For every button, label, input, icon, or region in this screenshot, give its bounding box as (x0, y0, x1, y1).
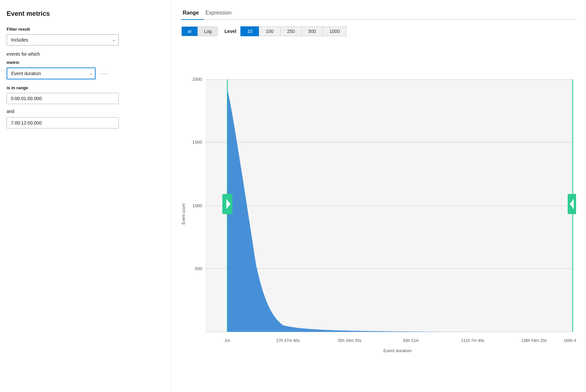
toggle-ar-button[interactable]: ar (182, 27, 198, 36)
and-label: and (7, 109, 161, 114)
metric-select-wrapper: Event durationEvent count ⌄ (7, 68, 96, 79)
events-for-which-label: events for which (7, 51, 161, 57)
y-label-2000: 2000 (192, 77, 202, 82)
level-100-button[interactable]: 100 (259, 26, 280, 36)
y-label-1000: 1000 (192, 203, 202, 208)
x-label-83h: 83h 21m (403, 338, 419, 343)
panel-title: Event metrics (7, 10, 161, 17)
right-panel: Range Expression ar Log Level 10 100 250… (171, 0, 586, 392)
left-panel: Event metrics Filter result IncludesExcl… (0, 0, 171, 392)
filter-result-section: Filter result IncludesExcludes ⌄ (7, 27, 161, 45)
metric-label: metric (7, 60, 161, 65)
y-axis-label: Event count (181, 204, 186, 224)
metric-more-button[interactable]: ··· (99, 69, 110, 78)
level-buttons-group: 10 100 250 500 1000 (240, 26, 347, 36)
controls-row: ar Log Level 10 100 250 500 1000 (181, 26, 576, 36)
scale-toggle-group: ar Log (181, 26, 218, 36)
chart-svg: 2000 1500 1000 500 (189, 43, 576, 385)
x-label-55h: 55h 34m 20s (338, 338, 361, 343)
chart-svg-area: 2000 1500 1000 500 (189, 43, 576, 385)
y-label-500: 500 (195, 266, 202, 271)
x-axis-title: Event duration (384, 348, 412, 353)
tab-expression[interactable]: Expression (204, 8, 237, 20)
x-label-1m: 1m (225, 338, 230, 343)
x-label-27h: 27h 47m 40s (276, 338, 300, 343)
level-10-button[interactable]: 10 (240, 26, 259, 36)
x-label-138h: 138h 54m 20s (521, 338, 547, 343)
filter-result-label: Filter result (7, 27, 161, 32)
tabs-row: Range Expression (181, 8, 576, 20)
level-250-button[interactable]: 250 (280, 26, 301, 36)
y-label-1500: 1500 (192, 140, 202, 145)
is-in-range-label: is in range (7, 85, 161, 90)
level-500-button[interactable]: 500 (301, 26, 323, 36)
filter-result-wrapper: IncludesExcludes ⌄ (7, 34, 119, 45)
tab-range[interactable]: Range (181, 8, 204, 20)
level-label: Level (225, 29, 236, 34)
chart-inner: 2000 1500 1000 500 (189, 43, 576, 385)
x-label-166h: 166h 41m (564, 338, 576, 343)
range-end-input[interactable] (7, 117, 119, 128)
metric-row: Event durationEvent count ⌄ ··· (7, 68, 161, 79)
metric-select[interactable]: Event durationEvent count (7, 68, 96, 79)
filter-result-select[interactable]: IncludesExcludes (7, 34, 119, 45)
chart-container: Event count 2000 1500 1000 500 (181, 43, 576, 385)
x-label-111h: 111h 7m 40s (461, 338, 484, 343)
range-start-input[interactable] (7, 93, 119, 104)
toggle-log-button[interactable]: Log (198, 27, 217, 36)
level-1000-button[interactable]: 1000 (323, 26, 347, 36)
